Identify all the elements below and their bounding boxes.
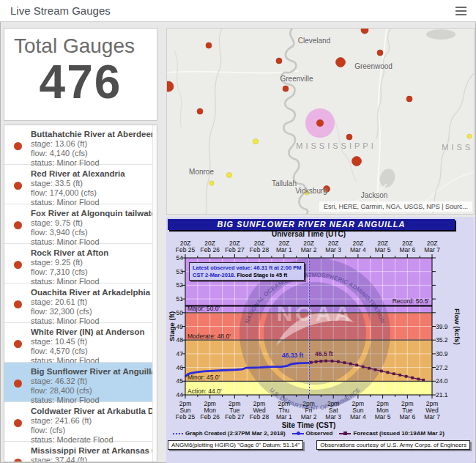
forecast-marker (386, 371, 389, 374)
gauge-status-dot-icon (14, 419, 22, 427)
list-item-gauge[interactable]: Big Sunflower River at Anguillastage: 46… (4, 363, 157, 402)
gauge-flow: flow: 4,140 (cfs) (31, 149, 146, 158)
map-water-body (426, 29, 455, 40)
gauge-flow: flow: 4,570 (cfs) (31, 347, 146, 356)
map-canvas (167, 29, 475, 215)
gauge-marker-red[interactable] (324, 186, 330, 193)
annotation-line2-floodstage: Flood Stage is 45 ft (237, 272, 287, 278)
chart-legend: Graph Created (2:37PM Mar 2, 2018) Obser… (185, 430, 432, 437)
gauge-items: Buttahatchie River at Aberdeenstage: 13.… (4, 125, 157, 462)
latest-observed-annotation: Latest observed value: 46.31 ft at 2:00 … (189, 262, 305, 281)
list-item-gauge[interactable]: Coldwater River at Arkabutla Damstage: 2… (4, 402, 157, 442)
gauge-marker-red[interactable] (361, 29, 368, 34)
gauge-stage: stage: 241.66 (ft) (31, 416, 146, 426)
gauge-marker-red[interactable] (377, 50, 383, 56)
gauge-marker-red[interactable] (276, 58, 282, 64)
app-header: Live Stream Gauges (0, 0, 476, 22)
forecast-marker (355, 364, 358, 367)
menu-icon[interactable] (455, 7, 466, 15)
zone-label-major: Major: 50.0' (187, 305, 220, 312)
gauge-marker-red[interactable] (336, 58, 346, 67)
gauge-marker-selected[interactable] (316, 119, 324, 127)
gauge-marker-red[interactable] (283, 86, 289, 92)
forecast-peak-label: 46.5 ft (315, 350, 333, 358)
gauge-name: White River (IN) at Anderson (31, 327, 146, 337)
gauge-flow: flow: 3,940 (cfs) (31, 228, 146, 237)
stage-tick-label: 52 (168, 281, 183, 289)
gauge-marker-red[interactable] (206, 42, 212, 48)
forecast-marker (417, 378, 420, 381)
map-road (167, 71, 299, 73)
annotation-line1: Latest observed value: 46.31 ft at 2:00 … (193, 264, 301, 271)
gauge-marker-yellow[interactable] (305, 190, 309, 195)
gauge-flow: flow: 174,000 (cfs) (31, 188, 146, 198)
gauge-marker-red[interactable] (406, 96, 412, 102)
gauge-stage: stage: 20.61 (ft) (31, 297, 146, 307)
forecast-marker (324, 360, 327, 363)
gauge-status-dot-icon (14, 221, 22, 229)
gauge-marker-yellow[interactable] (209, 181, 214, 185)
stage-tick-label: 46 (168, 364, 183, 371)
zone-label-action: Action: 44.0' (187, 388, 222, 395)
forecast-marker (315, 360, 318, 363)
bottom-tick-date: Mar 7 (417, 413, 447, 421)
gauge-name: Rock River at Afton (31, 248, 146, 258)
map-river-mississippi (281, 29, 308, 215)
map-panel[interactable]: ClevelandGreenwoodGreenvilleMonroeTallul… (166, 28, 475, 215)
gauge-name: Big Sunflower River at Anguilla (31, 367, 146, 377)
forecast-marker (393, 372, 395, 375)
list-item-gauge[interactable]: Buttahatchie River at Aberdeenstage: 13.… (4, 125, 157, 165)
zone-label-moderate: Moderate: 48.0' (187, 333, 231, 340)
gauge-stage: stage: 9.75 (ft) (31, 218, 146, 228)
gauge-stage: stage: 46.32 (ft) (31, 377, 146, 386)
forecast-marker (405, 375, 408, 378)
gauge-marker-yellow[interactable] (253, 139, 259, 144)
gauge-list[interactable]: Buttahatchie River at Aberdeenstage: 13.… (4, 125, 157, 462)
forecast-marker (343, 361, 346, 364)
flow-tick-label: 24.0 (436, 377, 455, 385)
gauge-marker-red[interactable] (197, 108, 203, 114)
hydrograph-panel: BIG SUNFLOWER RIVER NEAR ANGUILLA Univer… (166, 217, 475, 463)
stage-tick-label: 51 (168, 295, 183, 303)
stage-tick-label: 50 (168, 309, 183, 316)
top-tick-date: Mar 7 (417, 246, 447, 253)
list-item-gauge[interactable]: Fox River at Algonquin tailwaterstage: 9… (4, 204, 157, 244)
flow-tick-label: 27.2 (436, 364, 455, 371)
gauge-name: Buttahatchie River at Aberdeen (31, 130, 146, 139)
list-item-gauge[interactable]: White River (IN) at Andersonstage: 10.45… (4, 323, 157, 363)
stage-tick-label: 44 (168, 391, 183, 399)
forecast-marker (310, 361, 313, 364)
gauge-stage: stage: 37.44 (ft) (31, 456, 146, 462)
forecast-marker (422, 379, 425, 382)
gauge-status-dot-icon (14, 300, 22, 308)
observed-line-icon (292, 431, 304, 437)
list-item-gauge[interactable]: Rock River at Aftonstage: 9.25 (ft)flow:… (4, 244, 157, 284)
map-attribution: Esri, HERE, Garmin, NGA, USGS, NPS | Sou… (319, 201, 472, 212)
gauge-marker-red[interactable] (167, 81, 174, 92)
gauge-status-dot-icon (14, 261, 22, 269)
map-water-body (377, 167, 397, 190)
gauge-marker-yellow[interactable] (467, 134, 472, 138)
gauge-flow: flow: 28,400 (cfs) (31, 386, 146, 396)
forecast-marker (337, 360, 340, 363)
observed-value-label: 46.33 ft (282, 352, 303, 359)
noaa-center-text: NOAA (277, 301, 353, 325)
stage-tick-label: 53 (168, 268, 183, 275)
forecast-marker (398, 374, 401, 377)
gauge-marker-red[interactable] (346, 134, 352, 140)
gage-datum-note: ANGM6(plotting HGIRG) "Gage 0" Datum: 51… (168, 440, 303, 450)
list-item-gauge[interactable]: Ouachita River at Arkadelphiastage: 20.6… (4, 284, 157, 323)
gauge-status-dot-icon (14, 142, 22, 150)
gauge-stage: stage: 13.06 (ft) (31, 139, 146, 149)
stage-tick-label: 54 (168, 254, 183, 262)
gauge-stage: stage: 9.25 (ft) (31, 258, 146, 267)
list-item-gauge[interactable]: Mississippi River at Arkansas Citystage:… (4, 442, 157, 462)
gauge-flow: flow: (cfs) (31, 426, 146, 435)
gauge-marker-red[interactable] (352, 157, 362, 166)
gauge-stage: stage: 33.5 (ft) (31, 179, 146, 188)
list-item-gauge[interactable]: Red River at Alexandriastage: 33.5 (ft)f… (4, 165, 157, 204)
legend-observed: Observed (292, 430, 333, 437)
gauge-marker-yellow[interactable] (227, 173, 232, 178)
list-scrollbar[interactable] (152, 125, 157, 462)
gauge-status-dot-icon (14, 340, 22, 348)
